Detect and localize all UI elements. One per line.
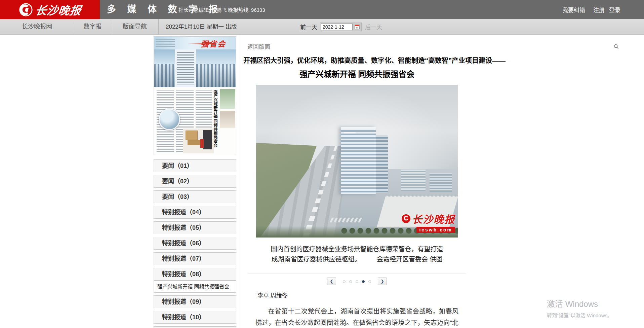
photo-caption: 国内首创的医疗器械全业务场景智能仓库德荣智仓，有望打造 成湖南省医疗器械供应链枢…: [240, 244, 474, 264]
article-body: 在省第十二次党代会上，湖南首次提出将实施强省会战略，如春风拂过，在省会长沙激起圈…: [240, 306, 474, 328]
sidebar-page-link[interactable]: 要闻（01）: [154, 159, 236, 172]
sidebar-page-link[interactable]: 特别报道（09）: [154, 295, 236, 308]
nav-bar: 长沙晚报网 数字报 版面导航 2022年1月10日 星期一 出版 前一天 后一天: [0, 19, 644, 35]
pager-dot[interactable]: [349, 280, 352, 283]
article-panel: 返回版面 开福区招大引强，优化环境，助推高质量、数字化、智能制造“高数智”产业项…: [240, 35, 474, 328]
thumbnail-banner-title: 强省会: [201, 38, 226, 49]
report-error-link[interactable]: 我要纠错: [562, 5, 585, 14]
publish-date: 2022年1月10日 星期一 出版: [166, 19, 237, 34]
page-list: 要闻（01）要闻（02）要闻（03）特别报道（04）特别报道（05）特别报道（0…: [154, 159, 236, 328]
pager-dot[interactable]: [362, 280, 365, 283]
page: 长沙晚报 多 媒 体 数 字 报 社长、总编辑: 李鹏飞 晚报热线: 96333…: [0, 0, 644, 328]
topbar-links: 我要纠错 注册 登录: [562, 0, 620, 19]
newspaper-logo[interactable]: 长沙晚报: [0, 0, 100, 19]
search-input[interactable]: [547, 44, 613, 49]
sidebar-page-link[interactable]: 特别报道（10）: [154, 311, 236, 324]
thumbnail-circle-photo: [159, 109, 180, 130]
date-picker-widget: [320, 23, 362, 31]
thumbnail-photo: [196, 49, 236, 87]
pager-dot[interactable]: [343, 280, 346, 283]
date-navigation: 前一天 后一天: [300, 19, 382, 34]
login-link[interactable]: 登录: [609, 5, 620, 14]
prev-day-link[interactable]: 前一天: [300, 23, 317, 31]
search-box: [547, 42, 621, 50]
sidebar-page-link[interactable]: 特别报道（07）: [154, 252, 236, 265]
calendar-icon[interactable]: [355, 25, 360, 29]
watermark-logo-icon: C: [402, 214, 410, 223]
tab-page-navigation[interactable]: 版面导航: [111, 19, 159, 34]
top-header-bar: 长沙晚报 多 媒 体 数 字 报 社长、总编辑: 李鹏飞 晚报热线: 96333…: [0, 0, 644, 19]
tab-newspaper-site[interactable]: 长沙晚报网: [0, 19, 74, 34]
sidebar-page-link[interactable]: 要闻（02）: [154, 175, 236, 188]
article-photo[interactable]: C 长沙晚报 icswb.com: [256, 85, 458, 238]
page-thumbnail[interactable]: 强省会 强产兴城新开福 同频共振强省会: [154, 36, 236, 155]
sidebar-page-link[interactable]: 要闻（03）: [154, 190, 236, 203]
office-tower: [341, 127, 376, 194]
article-authors: 李卓 周绪冬: [257, 291, 474, 299]
photo-watermark: C 长沙晚报 icswb.com: [402, 211, 455, 233]
sidebar-article-link[interactable]: 强产兴城新开福 同频共振强省会: [154, 281, 236, 293]
watermark-brand: 长沙晚报: [412, 211, 455, 226]
masthead-info: 社长、总编辑: 李鹏飞 晚报热线: 96333: [178, 0, 265, 19]
divider: [248, 273, 466, 274]
pager-dot[interactable]: [368, 280, 371, 283]
pager-prev-button[interactable]: ❮: [327, 278, 336, 285]
tab-digital-paper[interactable]: 数字报: [74, 19, 111, 34]
thumbnail-photo: [154, 49, 175, 87]
next-day-link[interactable]: 后一天: [365, 23, 382, 31]
sidebar-page-link[interactable]: 特别报道（04）: [154, 206, 236, 219]
watermark-domain: icswb.com: [416, 227, 455, 233]
thumbnail-banner: 强省会: [154, 37, 236, 49]
back-to-page-link[interactable]: 返回版面: [247, 42, 270, 50]
article-paragraph: 在省第十二次党代会上，湖南首次提出将实施强省会战略，如春风拂过，在省会长沙激起圈…: [255, 306, 458, 328]
pager-next-button[interactable]: ❯: [378, 278, 387, 285]
photo-pager: ❮ ❯: [240, 278, 474, 285]
sidebar-page-link[interactable]: 特别报道（05）: [154, 221, 236, 234]
sidebar-page-link-clipped: [154, 326, 236, 328]
date-input[interactable]: [321, 24, 353, 30]
article-title: 强产兴城新开福 同频共振强省会: [240, 68, 474, 79]
pager-dots: [343, 280, 371, 283]
sidebar-page-link[interactable]: 特别报道（06）: [154, 237, 236, 250]
windows-activation-watermark: 激活 Windows 转到“设置”以激活 Windows。: [547, 297, 612, 319]
nav-tabs: 长沙晚报网 数字报 版面导航: [0, 19, 159, 34]
sidebar-page-link[interactable]: 特别报道（08）: [154, 268, 236, 281]
sidebar: 强省会 强产兴城新开福 同频共振强省会 要闻（01）要闻（02）要闻（03）: [154, 36, 236, 328]
thumbnail-warehouse-photo: [183, 129, 214, 153]
article-kicker: 开福区招大引强，优化环境，助推高质量、数字化、智能制造“高数智”产业项目建设——: [243, 55, 471, 65]
search-icon[interactable]: [613, 44, 619, 49]
logo-text: 长沙晚报: [35, 2, 83, 18]
changsha-evening-news-logo-icon: [19, 3, 33, 17]
pager-dot[interactable]: [356, 280, 358, 283]
register-link[interactable]: 注册: [593, 5, 605, 14]
